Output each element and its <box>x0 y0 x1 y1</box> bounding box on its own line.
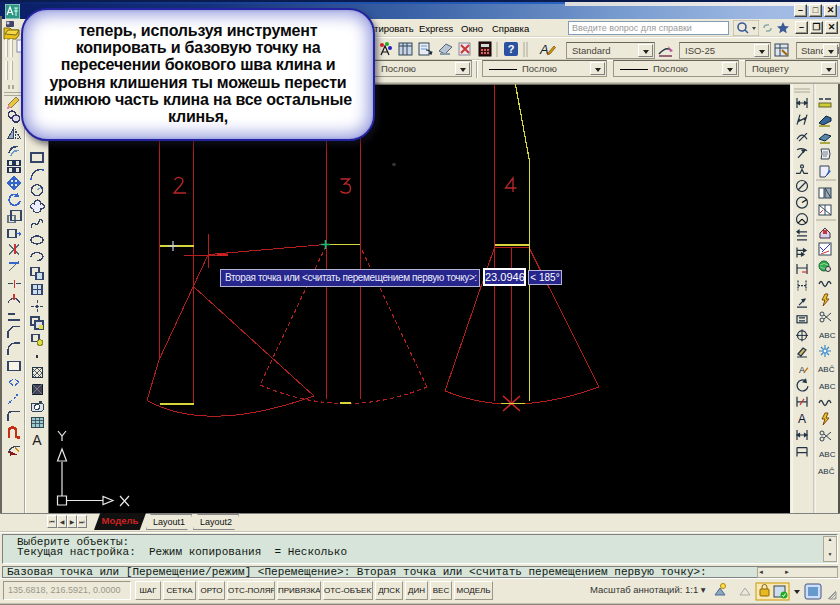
svg-text:A: A <box>799 365 805 375</box>
svg-text:ABC: ABC <box>819 382 836 391</box>
svg-text:A: A <box>32 432 42 448</box>
svg-text:?: ? <box>508 43 515 55</box>
svg-text:ABC: ABC <box>819 450 836 459</box>
svg-text:A: A <box>798 412 806 426</box>
svg-text:ABC: ABC <box>819 331 836 340</box>
svg-text:ABĈ: ABĈ <box>818 365 835 374</box>
svg-text:ABĈ: ABĈ <box>818 467 835 476</box>
